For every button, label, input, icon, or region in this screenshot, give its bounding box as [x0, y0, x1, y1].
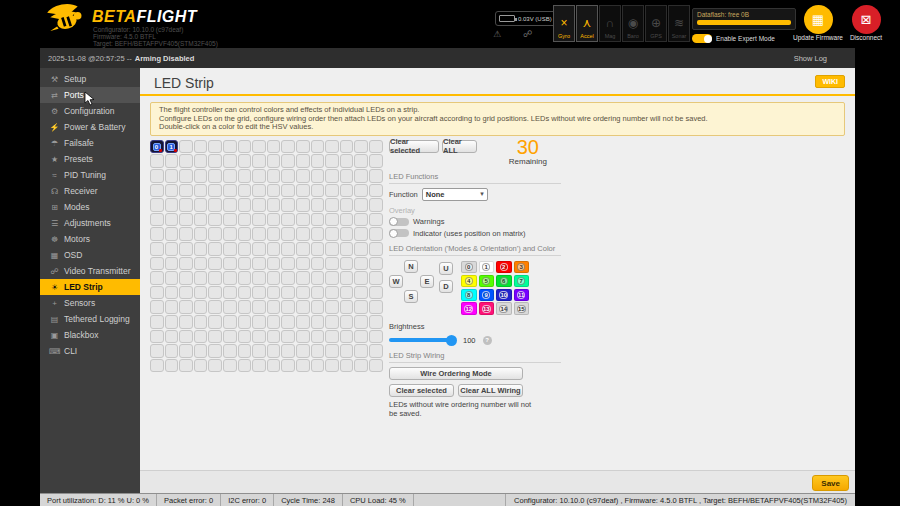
led-cell[interactable]	[194, 227, 208, 241]
color-swatch-14[interactable]: 14	[496, 302, 512, 314]
led-cell[interactable]: 1	[165, 140, 179, 154]
led-cell[interactable]	[369, 315, 383, 329]
led-cell[interactable]	[223, 315, 237, 329]
led-cell[interactable]	[354, 344, 368, 358]
led-cell[interactable]	[281, 344, 295, 358]
led-cell[interactable]	[208, 300, 222, 314]
led-cell[interactable]	[267, 213, 281, 227]
led-cell[interactable]	[223, 242, 237, 256]
led-cell[interactable]	[165, 344, 179, 358]
led-cell[interactable]	[281, 286, 295, 300]
led-cell[interactable]	[252, 242, 266, 256]
led-cell[interactable]	[238, 359, 252, 373]
led-cell[interactable]	[165, 257, 179, 271]
led-cell[interactable]	[281, 257, 295, 271]
led-cell[interactable]	[296, 300, 310, 314]
led-cell[interactable]	[296, 184, 310, 198]
led-cell[interactable]	[252, 213, 266, 227]
orient-n-button[interactable]: N	[404, 260, 418, 273]
sidebar-item-pid-tuning[interactable]: ≈PID Tuning	[40, 167, 140, 183]
led-cell[interactable]	[179, 169, 193, 183]
led-cell[interactable]	[267, 257, 281, 271]
led-cell[interactable]	[208, 242, 222, 256]
led-cell[interactable]	[223, 359, 237, 373]
led-cell[interactable]	[340, 286, 354, 300]
led-cell[interactable]	[150, 286, 164, 300]
led-cell[interactable]	[194, 184, 208, 198]
led-cell[interactable]	[354, 154, 368, 168]
led-cell[interactable]	[238, 286, 252, 300]
led-cell[interactable]	[223, 169, 237, 183]
led-cell[interactable]	[252, 271, 266, 285]
sensor-baro[interactable]: ◉Baro	[622, 5, 644, 42]
led-cell[interactable]	[208, 257, 222, 271]
led-cell[interactable]	[267, 198, 281, 212]
sidebar-item-osd[interactable]: ▦OSD	[40, 247, 140, 263]
color-swatch-0[interactable]: 0	[461, 261, 477, 273]
sidebar-item-video-transmitter[interactable]: ☍Video Transmitter	[40, 263, 140, 279]
led-cell[interactable]	[340, 330, 354, 344]
led-cell[interactable]	[354, 198, 368, 212]
color-swatch-4[interactable]: 4	[461, 275, 477, 287]
led-cell[interactable]	[208, 213, 222, 227]
led-cell[interactable]	[194, 300, 208, 314]
led-cell[interactable]	[369, 242, 383, 256]
led-cell[interactable]	[354, 315, 368, 329]
led-cell[interactable]	[311, 300, 325, 314]
sidebar-item-setup[interactable]: ⚒Setup	[40, 71, 140, 87]
led-cell[interactable]	[238, 169, 252, 183]
led-cell[interactable]	[179, 140, 193, 154]
color-swatch-8[interactable]: 8	[461, 289, 477, 301]
led-cell[interactable]	[223, 184, 237, 198]
led-cell[interactable]	[238, 140, 252, 154]
led-cell[interactable]	[296, 198, 310, 212]
led-cell[interactable]	[311, 257, 325, 271]
led-cell[interactable]	[311, 344, 325, 358]
led-cell[interactable]	[165, 271, 179, 285]
led-cell[interactable]	[194, 257, 208, 271]
led-cell[interactable]	[150, 359, 164, 373]
led-cell[interactable]	[296, 257, 310, 271]
led-cell[interactable]	[354, 140, 368, 154]
led-cell[interactable]	[150, 271, 164, 285]
led-cell[interactable]	[369, 154, 383, 168]
led-cell[interactable]	[194, 140, 208, 154]
led-cell[interactable]	[208, 359, 222, 373]
warnings-toggle[interactable]	[389, 218, 409, 226]
led-cell[interactable]	[311, 227, 325, 241]
led-cell[interactable]	[208, 344, 222, 358]
wiring-clear-all-button[interactable]: Clear ALL Wiring	[458, 384, 523, 397]
led-cell[interactable]	[252, 198, 266, 212]
led-cell[interactable]	[179, 300, 193, 314]
led-cell[interactable]	[296, 271, 310, 285]
led-cell[interactable]	[267, 271, 281, 285]
led-cell[interactable]	[267, 169, 281, 183]
color-swatch-2[interactable]: 2	[496, 261, 512, 273]
led-cell[interactable]	[281, 330, 295, 344]
led-cell[interactable]	[296, 344, 310, 358]
led-cell[interactable]	[223, 271, 237, 285]
led-cell[interactable]	[223, 198, 237, 212]
led-cell[interactable]	[150, 344, 164, 358]
led-cell[interactable]	[252, 154, 266, 168]
led-cell[interactable]	[281, 359, 295, 373]
led-cell[interactable]	[267, 344, 281, 358]
led-cell[interactable]	[354, 257, 368, 271]
led-cell[interactable]	[281, 154, 295, 168]
led-cell[interactable]	[296, 359, 310, 373]
led-cell[interactable]	[311, 359, 325, 373]
led-cell[interactable]	[340, 257, 354, 271]
orient-e-button[interactable]: E	[420, 275, 434, 288]
led-cell[interactable]	[369, 344, 383, 358]
led-cell[interactable]	[238, 198, 252, 212]
led-cell[interactable]	[325, 213, 339, 227]
led-cell[interactable]	[369, 213, 383, 227]
led-cell[interactable]	[369, 286, 383, 300]
led-cell[interactable]	[165, 198, 179, 212]
sidebar-item-modes[interactable]: ⊞Modes	[40, 199, 140, 215]
led-cell[interactable]	[223, 257, 237, 271]
led-cell[interactable]	[179, 315, 193, 329]
orient-s-button[interactable]: S	[404, 290, 418, 303]
led-cell[interactable]	[325, 330, 339, 344]
led-cell[interactable]	[340, 184, 354, 198]
